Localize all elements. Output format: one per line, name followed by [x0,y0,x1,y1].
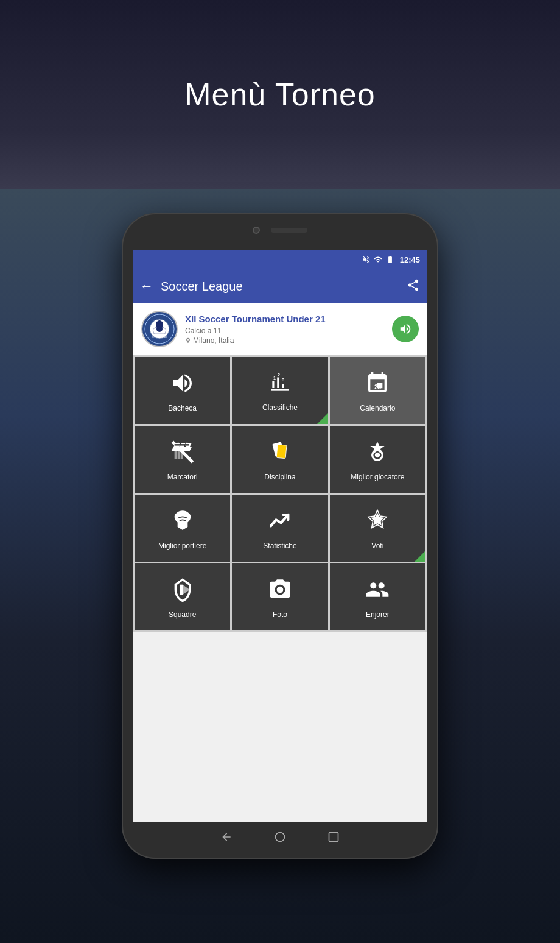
nav-recent-button[interactable] [325,828,342,846]
menu-item-foto[interactable]: Foto [232,563,327,630]
tournament-logo: SPORTLAND [141,311,178,347]
squadre-icon [170,577,195,606]
menu-grid: Bacheca 1 2 3 Classifiche [133,355,427,632]
svg-text:SPORTLAND: SPORTLAND [152,336,167,339]
svg-point-17 [375,453,380,457]
svg-rect-19 [329,833,338,842]
menu-item-voti[interactable]: Voti [330,495,425,562]
enjorer-label: Enjorer [366,610,390,619]
foto-label: Foto [273,610,287,619]
tournament-name: XII Soccer Tournament Under 21 [185,313,385,325]
page-title: Menù Torneo [184,76,376,113]
tournament-location: Milano, Italia [185,336,385,345]
soccer-logo-svg: SPORTLAND [144,314,175,344]
classifiche-badge [317,413,328,424]
app-bar: ← Soccer League [133,269,427,303]
signal-icon [374,255,382,264]
miglior-portiere-icon [170,509,195,537]
menu-item-marcatori[interactable]: Marcatori [135,426,230,493]
share-icon [407,278,420,292]
tournament-info: XII Soccer Tournament Under 21 Calcio a … [185,313,385,345]
back-button[interactable]: ← [140,278,153,294]
status-bar: 12:45 [133,250,427,269]
location-icon [185,337,191,344]
app-bar-title: Soccer League [161,280,399,294]
mute-icon [362,255,371,264]
miglior-giocatore-icon [365,440,390,468]
phone-nav-bar [122,828,438,846]
svg-text:3: 3 [282,378,284,383]
statistiche-icon [268,509,292,537]
audio-button[interactable] [392,316,419,342]
menu-item-bacheca[interactable]: Bacheca [135,357,230,424]
bottom-section: 12:45 ← Soccer League [0,189,560,943]
svg-text:1: 1 [273,375,276,380]
disciplina-label: Disciplina [264,473,295,481]
svg-point-18 [276,833,285,842]
share-button[interactable] [407,278,420,295]
phone-screen: 12:45 ← Soccer League [133,250,427,822]
phone-camera [253,227,260,234]
marcatori-label: Marcatori [167,473,198,481]
classifiche-icon: 1 2 3 [267,372,293,398]
svg-point-4 [156,326,163,332]
svg-text:23: 23 [374,384,382,390]
menu-item-miglior-portiere[interactable]: Miglior portiere [135,495,230,562]
statistiche-label: Statistiche [263,542,296,550]
tournament-type: Calcio a 11 [185,327,385,335]
miglior-portiere-label: Miglior portiere [158,542,206,550]
battery-icon [385,255,395,264]
phone-speaker [271,228,307,233]
nav-back-button[interactable] [218,828,235,846]
menu-item-classifiche[interactable]: 1 2 3 Classifiche [232,357,327,424]
bacheca-label: Bacheca [168,404,197,412]
calendario-label: Calendario [360,404,395,412]
nav-home-button[interactable] [271,828,289,846]
miglior-giocatore-label: Miglior giocatore [351,473,404,481]
calendario-icon: 23 [365,371,390,399]
menu-item-statistiche[interactable]: Statistiche [232,495,327,562]
voti-icon [365,509,390,537]
phone-top-decoration [122,227,438,234]
voti-badge [415,551,425,562]
menu-item-squadre[interactable]: Squadre [135,563,230,630]
marcatori-icon [170,440,195,468]
status-time: 12:45 [400,255,420,264]
squadre-label: Squadre [169,610,196,619]
audio-icon [399,322,412,336]
status-icons [362,255,395,264]
svg-rect-6 [271,389,289,390]
classifiche-label: Classifiche [262,403,298,412]
tournament-header: SPORTLAND XII Soccer Tournament Under 21… [133,303,427,355]
menu-item-enjorer[interactable]: Enjorer [330,563,425,630]
svg-rect-15 [276,445,287,459]
phone-frame: 12:45 ← Soccer League [122,213,438,859]
svg-text:2: 2 [278,373,280,378]
menu-item-disciplina[interactable]: Disciplina [232,426,327,493]
top-section: Menù Torneo [0,0,560,189]
disciplina-icon [268,440,292,468]
menu-item-calendario[interactable]: 23 Calendario [330,357,425,424]
bacheca-icon [170,371,195,399]
voti-label: Voti [371,542,383,550]
menu-item-miglior-giocatore[interactable]: Miglior giocatore [330,426,425,493]
foto-icon [268,577,292,606]
enjorer-icon [365,577,390,606]
